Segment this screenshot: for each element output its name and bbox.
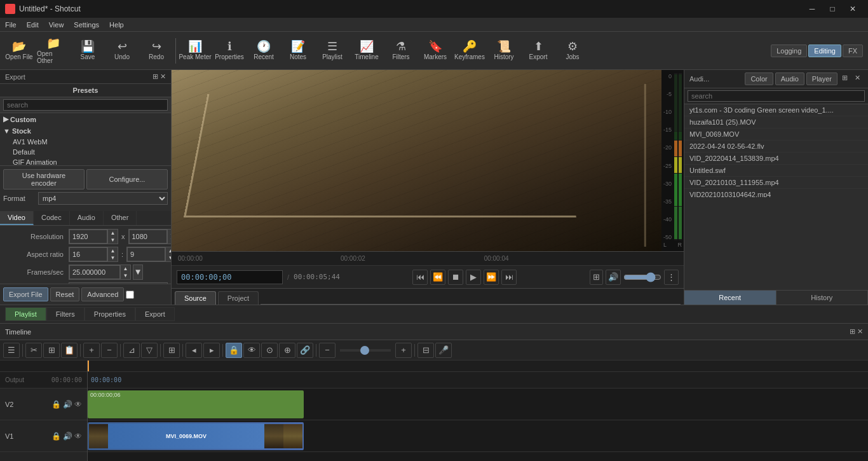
transport-rewind[interactable]: ⏪	[430, 270, 445, 285]
timeline-expand-icon[interactable]: ⊞	[850, 327, 855, 336]
aspect-w-input[interactable]	[69, 247, 107, 261]
right-tab-history[interactable]: History	[776, 291, 869, 305]
tl-cut[interactable]: ✂	[25, 343, 42, 358]
preset-gif-animation[interactable]: GIF Animation	[0, 157, 171, 165]
toolbar-recent[interactable]: 🕐 Recent	[247, 34, 280, 68]
transport-goto-end[interactable]: ⏭	[501, 270, 517, 285]
resolution-w-input[interactable]	[69, 230, 107, 244]
hw-encoder-button[interactable]: Use hardware encoder	[3, 169, 85, 189]
fps-down[interactable]: ▼	[120, 272, 130, 279]
toolbar-jobs[interactable]: ⚙ Jobs	[556, 34, 589, 68]
res-w-down[interactable]: ▼	[107, 237, 118, 244]
v2-eye-icon[interactable]: 👁	[74, 400, 82, 409]
aspect-h-up[interactable]: ▲	[165, 247, 171, 254]
minimize-button[interactable]: ─	[802, 0, 822, 18]
preset-default[interactable]: Default	[0, 147, 171, 157]
fps-input[interactable]	[69, 265, 120, 279]
preset-av1-webm[interactable]: AV1 WebM	[0, 137, 171, 147]
tl-mic[interactable]: 🎤	[435, 343, 452, 358]
tl-next[interactable]: ▸	[203, 343, 220, 358]
recent-search-input[interactable]	[688, 90, 865, 102]
recent-item-1[interactable]: huzaifa101 (25).MOV	[684, 116, 868, 128]
tl-copy[interactable]: ⊞	[43, 343, 60, 358]
transport-goto-start[interactable]: ⏮	[412, 270, 428, 285]
menu-edit[interactable]: Edit	[22, 20, 44, 30]
fps-up[interactable]: ▲	[120, 265, 130, 272]
toolbar-history[interactable]: 📜 History	[487, 34, 520, 68]
toolbar-notes[interactable]: 📝 Notes	[281, 34, 315, 68]
toolbar-playlist[interactable]: ☰ Playlist	[316, 34, 349, 68]
recent-item-3[interactable]: 2022-04-24 02-56-42.flv	[684, 141, 868, 153]
transport-vol[interactable]: 🔊	[606, 270, 621, 285]
advanced-checkbox-label[interactable]	[126, 287, 134, 301]
aspect-h-down[interactable]: ▼	[165, 254, 171, 261]
toolbar-filters[interactable]: ⚗ Filters	[384, 34, 417, 68]
reset-button[interactable]: Reset	[50, 287, 80, 301]
toolbar-properties[interactable]: ℹ Properties	[213, 34, 246, 68]
pl-tab-export[interactable]: Export	[135, 307, 175, 321]
recent-item-6[interactable]: VID_20210103_111955.mp4	[684, 177, 868, 189]
pl-tab-properties[interactable]: Properties	[85, 307, 135, 321]
timeline-close-icon[interactable]: ✕	[857, 327, 863, 336]
v2-lock-icon[interactable]: 🔒	[51, 400, 61, 409]
tl-lift[interactable]: ⊿	[123, 343, 140, 358]
transport-extra[interactable]: ⋮	[664, 270, 679, 285]
res-w-up[interactable]: ▲	[107, 230, 118, 237]
zoom-slider[interactable]	[340, 349, 391, 352]
recent-item-4[interactable]: VID_20220414_153839.mp4	[684, 153, 868, 165]
preset-group-custom[interactable]: ▶ Custom	[0, 113, 171, 125]
resolution-h-input[interactable]	[129, 230, 167, 244]
recent-item-5[interactable]: Untitled.swf	[684, 165, 868, 177]
res-h-up[interactable]: ▲	[167, 230, 172, 237]
preset-group-stock[interactable]: ▼ Stock	[0, 125, 171, 137]
transport-stop[interactable]: ⏹	[448, 270, 463, 285]
transport-current-time[interactable]	[177, 270, 283, 284]
res-h-down[interactable]: ▼	[167, 237, 172, 244]
toolbar-peak-meter[interactable]: 📊 Peak Meter	[179, 34, 212, 68]
maximize-button[interactable]: □	[822, 0, 843, 18]
pl-tab-playlist[interactable]: Playlist	[5, 307, 46, 321]
tl-split[interactable]: ⊞	[163, 343, 180, 358]
panel-audio[interactable]: Audio	[775, 72, 804, 85]
tl-prev[interactable]: ◂	[186, 343, 202, 358]
tl-ripple[interactable]: ⊙	[261, 343, 278, 358]
v1-mute-icon[interactable]: 🔊	[63, 432, 72, 441]
tl-zoom-in[interactable]: +	[395, 343, 412, 358]
recent-item-0[interactable]: yt1s.com - 3D coding Green screen video_…	[684, 104, 868, 116]
tab-project[interactable]: Project	[218, 291, 259, 305]
transport-play[interactable]: ▶	[466, 270, 481, 285]
close-button[interactable]: ✕	[843, 0, 863, 18]
recent-expand-icon[interactable]: ⊞	[839, 72, 850, 85]
v2-clip[interactable]: 00:00:00;06	[88, 390, 304, 418]
toolbar-open-file[interactable]: 📂 Open File	[3, 34, 36, 68]
mode-fx[interactable]: FX	[843, 45, 863, 57]
mode-logging[interactable]: Logging	[771, 45, 807, 57]
advanced-checkbox[interactable]	[126, 291, 134, 299]
toolbar-export[interactable]: ⬆ Export	[522, 34, 555, 68]
tl-paste[interactable]: 📋	[61, 343, 78, 358]
tl-remove[interactable]: −	[101, 343, 118, 358]
pl-tab-filters[interactable]: Filters	[46, 307, 85, 321]
v1-lock-icon[interactable]: 🔒	[51, 432, 61, 441]
export-close-icon[interactable]: ✕	[160, 72, 166, 81]
tl-zoom-out[interactable]: −	[319, 343, 336, 358]
tl-overwrite[interactable]: ▽	[141, 343, 158, 358]
toolbar-keyframes[interactable]: 🔑 Keyframes	[453, 34, 486, 68]
toolbar-markers[interactable]: 🔖 Markers	[419, 34, 452, 68]
toolbar-timeline[interactable]: 📈 Timeline	[350, 34, 383, 68]
configure-button[interactable]: Configure...	[86, 169, 168, 189]
aspect-w-up[interactable]: ▲	[107, 247, 118, 254]
tl-link[interactable]: 🔗	[297, 343, 313, 358]
export-expand-icon[interactable]: ⊞	[153, 72, 158, 81]
tab-codec[interactable]: Codec	[34, 211, 70, 225]
tl-add[interactable]: +	[83, 343, 100, 358]
tab-source[interactable]: Source	[175, 291, 216, 305]
toolbar-open-other[interactable]: 📁 Open Other	[37, 34, 70, 68]
export-file-button[interactable]: Export File	[3, 287, 48, 301]
right-tab-recent[interactable]: Recent	[684, 291, 776, 305]
format-select[interactable]: mp4 mkv mov avi webm	[38, 192, 168, 205]
toolbar-save[interactable]: 💾 Save	[71, 34, 104, 68]
toolbar-undo[interactable]: ↩ Undo	[105, 34, 139, 68]
panel-color[interactable]: Color	[745, 72, 773, 85]
tab-video[interactable]: Video	[0, 211, 34, 225]
